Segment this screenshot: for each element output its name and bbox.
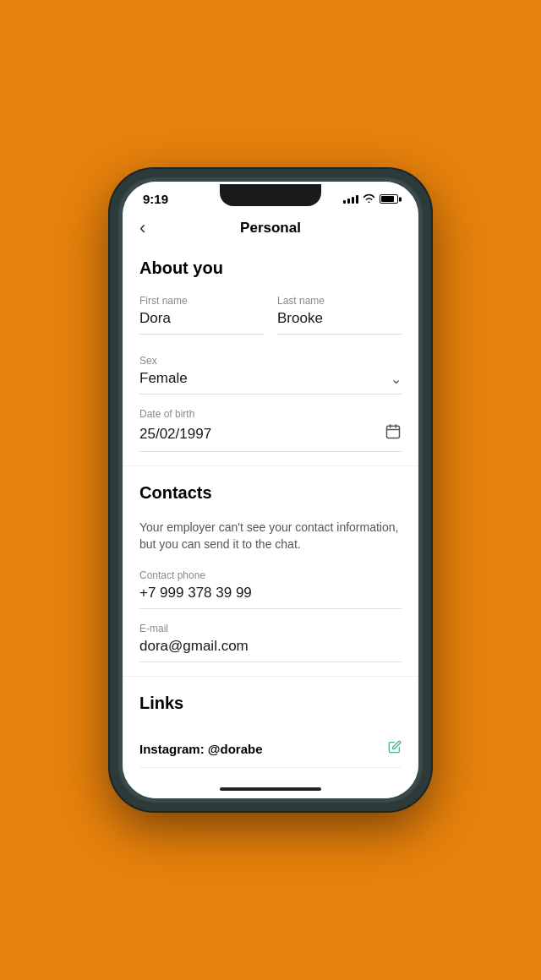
instagram-item[interactable]: Instagram: @dorabe	[139, 730, 402, 768]
last-name-field[interactable]: Last name Brooke	[277, 295, 402, 335]
status-icons	[343, 193, 398, 205]
svg-rect-0	[387, 426, 400, 438]
last-name-label: Last name	[277, 295, 402, 307]
edit-icon[interactable]	[388, 740, 402, 757]
sex-select[interactable]: Female ⌄	[139, 370, 402, 395]
first-name-value: Dora	[139, 310, 264, 335]
nav-bar: ‹ Personal	[123, 211, 418, 245]
home-indicator	[123, 780, 418, 798]
email-label: E-mail	[139, 623, 402, 634]
chevron-down-icon: ⌄	[391, 371, 402, 387]
contacts-note: Your employer can't see your contact inf…	[139, 520, 402, 553]
divider-1	[123, 466, 418, 466]
last-name-value: Brooke	[277, 310, 402, 335]
email-value: dora@gmail.com	[139, 638, 402, 662]
sex-field[interactable]: Sex Female ⌄	[139, 355, 402, 395]
content-area: About you First name Dora Last name Broo…	[123, 245, 418, 780]
divider-2	[123, 676, 418, 677]
dob-row[interactable]: 25/02/1997	[139, 423, 402, 452]
sex-value: Female	[139, 370, 188, 387]
back-button[interactable]: ‹	[139, 217, 145, 239]
about-section-title: About you	[139, 259, 402, 278]
battery-icon	[380, 194, 398, 204]
signal-icon	[343, 195, 358, 204]
wifi-icon	[363, 193, 375, 205]
sex-label: Sex	[139, 355, 402, 367]
dob-label: Date of birth	[139, 408, 402, 420]
name-row: First name Dora Last name Brooke	[139, 295, 402, 348]
phone-value: +7 999 378 39 99	[139, 585, 402, 609]
instagram-value: @dorabe	[208, 742, 263, 756]
calendar-icon	[385, 423, 402, 444]
first-name-label: First name	[139, 295, 264, 307]
phone-field[interactable]: Contact phone +7 999 378 39 99	[139, 569, 402, 609]
dob-field[interactable]: Date of birth 25/02/1997	[139, 408, 402, 452]
email-field[interactable]: E-mail dora@gmail.com	[139, 623, 402, 662]
instagram-text: Instagram: @dorabe	[139, 742, 263, 756]
status-time: 9:19	[143, 192, 168, 206]
links-section-title: Links	[139, 694, 402, 713]
first-name-field[interactable]: First name Dora	[139, 295, 264, 335]
notch	[220, 184, 321, 206]
contacts-section-title: Contacts	[139, 483, 402, 503]
phone-label: Contact phone	[139, 569, 402, 581]
page-title: Personal	[240, 220, 301, 237]
dob-value: 25/02/1997	[139, 426, 211, 443]
home-bar	[220, 787, 321, 791]
instagram-label: Instagram:	[139, 742, 205, 756]
